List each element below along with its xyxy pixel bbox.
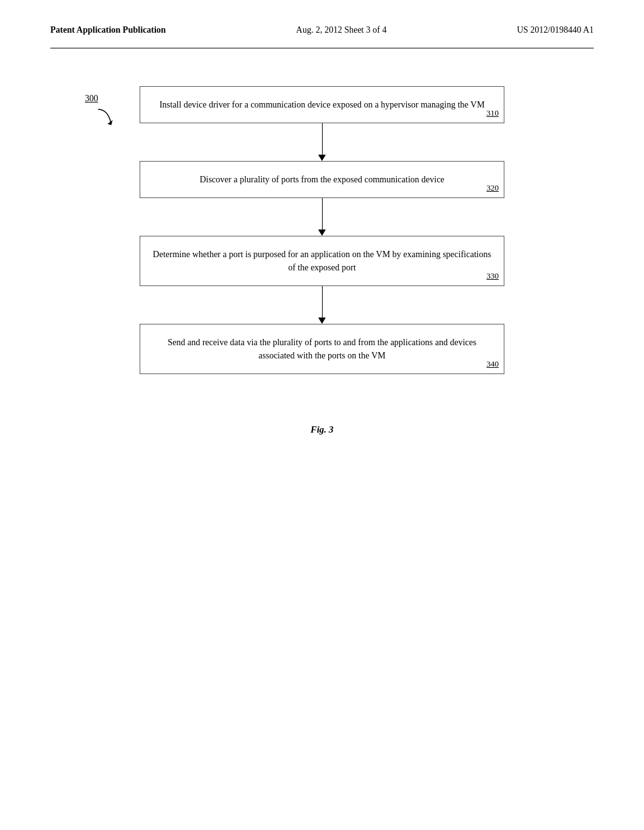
flow-box-330-text: Determine whether a port is purposed for… (153, 250, 491, 272)
start-label: 300 (85, 94, 98, 103)
flow-box-310: Install device driver for a communicatio… (140, 86, 504, 123)
header-publication-label: Patent Application Publication (50, 25, 166, 35)
arrow-head-1 (318, 155, 326, 161)
page: Patent Application Publication Aug. 2, 2… (0, 0, 644, 830)
flow-arrow-2 (318, 198, 326, 236)
arrow-line-1 (322, 123, 323, 155)
arrow-line-3 (322, 286, 323, 318)
figure-caption-text: Fig. 3 (311, 424, 334, 434)
flow-box-340-text: Send and receive data via the plurality … (167, 338, 476, 360)
flow-box-310-ref: 310 (487, 107, 499, 119)
arrow-line-2 (322, 198, 323, 230)
start-indicator: 300 (85, 92, 117, 128)
flowchart: Install device driver for a communicatio… (50, 86, 594, 374)
flow-box-320-ref: 320 (487, 182, 499, 194)
page-header: Patent Application Publication Aug. 2, 2… (50, 25, 594, 48)
header-date-sheet: Aug. 2, 2012 Sheet 3 of 4 (296, 25, 387, 35)
flow-box-340: Send and receive data via the plurality … (140, 324, 504, 374)
flow-box-320-text: Discover a plurality of ports from the e… (199, 175, 444, 184)
flow-box-320: Discover a plurality of ports from the e… (140, 161, 504, 198)
arrow-head-2 (318, 230, 326, 236)
flow-arrow-3 (318, 286, 326, 324)
arrow-head-3 (318, 318, 326, 324)
header-patent-number: US 2012/0198440 A1 (517, 25, 594, 35)
flow-box-330-ref: 330 (487, 270, 499, 282)
figure-caption: Fig. 3 (50, 424, 594, 435)
diagram-area: 300 Install device driver for a communic… (50, 86, 594, 374)
flow-arrow-1 (318, 123, 326, 161)
flow-box-310-text: Install device driver for a communicatio… (159, 100, 484, 109)
flow-box-330: Determine whether a port is purposed for… (140, 236, 504, 286)
start-arrow-icon (95, 106, 117, 128)
flow-box-340-ref: 340 (487, 358, 499, 370)
